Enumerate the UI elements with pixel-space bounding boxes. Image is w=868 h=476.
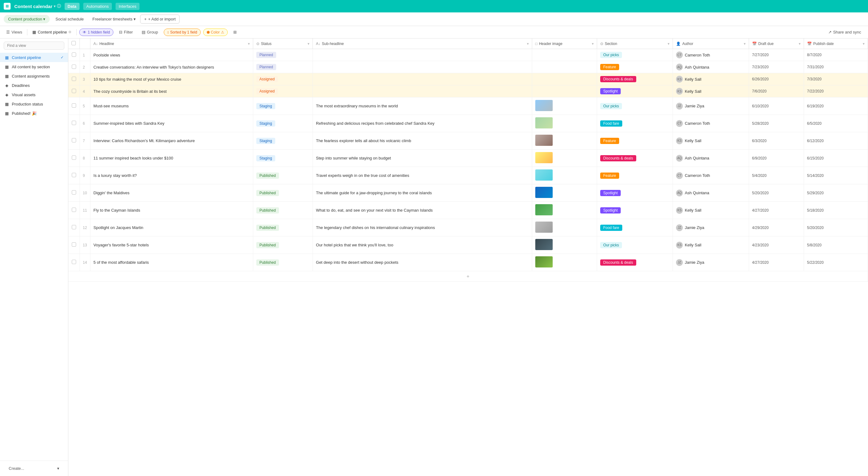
sub-headline-cell[interactable]: Our hotel picks that we think you'll lov… [313, 236, 532, 254]
author-cell[interactable]: JZ Jamie Ziya [673, 97, 749, 115]
status-cell[interactable]: Staging [253, 132, 313, 149]
section-cell[interactable]: Food fare [597, 115, 673, 132]
draft-due-cell[interactable]: 6/9/2020 [749, 149, 804, 167]
status-cell[interactable]: Published [253, 167, 313, 184]
section-cell[interactable]: Spotlight [597, 85, 673, 97]
status-cell[interactable]: Published [253, 184, 313, 202]
author-cell[interactable]: JZ Jamie Ziya [673, 219, 749, 236]
headline-header[interactable]: A↓ Headline ▾ [90, 38, 253, 49]
table-row[interactable]: 7 Interview: Carlos Richardson's Mt. Kil… [68, 132, 868, 149]
table-row[interactable]: 13 Voyager's favorite 5-star hotels Publ… [68, 236, 868, 254]
header-image-cell[interactable] [532, 132, 597, 149]
sub-headline-cell[interactable] [313, 85, 532, 97]
draft-due-cell[interactable]: 7/6/2020 [749, 85, 804, 97]
color-chip[interactable]: ⬟ Color ⚠ [203, 29, 228, 36]
add-row-cell[interactable]: + [68, 271, 868, 282]
publish-date-header[interactable]: 📅 Publish date ▾ [804, 38, 868, 49]
draft-due-cell[interactable]: 4/23/2020 [749, 236, 804, 254]
sub-tab-social-schedule[interactable]: Social schedule [51, 15, 88, 23]
section-cell[interactable]: Our picks [597, 97, 673, 115]
headline-cell[interactable]: Interview: Carlos Richardson's Mt. Kilim… [90, 132, 253, 149]
headline-cell[interactable]: Diggin' the Maldives [90, 184, 253, 202]
table-row[interactable]: 6 Summer-inspired bites with Sandra Key … [68, 115, 868, 132]
headline-cell[interactable]: 5 of the most affordable safaris [90, 254, 253, 271]
publish-date-cell[interactable]: 5/20/2020 [804, 219, 868, 236]
row-checkbox-cell[interactable] [68, 184, 80, 202]
status-cell[interactable]: Published [253, 219, 313, 236]
section-cell[interactable]: Feature [597, 132, 673, 149]
sidebar-item-content-assignments[interactable]: ▦ Content assignments [0, 71, 68, 81]
density-button[interactable]: ⊞ [230, 29, 240, 36]
share-sync-button[interactable]: ↗ Share and sync [825, 29, 864, 36]
row-checkbox[interactable] [72, 77, 76, 81]
sub-headline-cell[interactable]: The most extraordinary museums in the wo… [313, 97, 532, 115]
header-image-cell[interactable] [532, 149, 597, 167]
sub-headline-cell[interactable] [313, 49, 532, 61]
status-cell[interactable]: Staging [253, 149, 313, 167]
table-row[interactable]: 3 10 tips for making the most of your Me… [68, 73, 868, 85]
app-title-chevron-icon[interactable]: ▾ [54, 4, 56, 8]
status-cell[interactable]: Assigned [253, 85, 313, 97]
sub-headline-cell[interactable]: Travel experts weigh in on the true cost… [313, 167, 532, 184]
author-cell[interactable]: KS Kelly Sall [673, 202, 749, 219]
table-row[interactable]: 8 11 summer inspired beach looks under $… [68, 149, 868, 167]
status-cell[interactable]: Staging [253, 115, 313, 132]
status-header[interactable]: ⊙ Status ▾ [253, 38, 313, 49]
section-cell[interactable]: Feature [597, 61, 673, 73]
publish-date-cell[interactable]: 8/7/2020 [804, 49, 868, 61]
headline-cell[interactable]: Is a luxury stay worth it? [90, 167, 253, 184]
author-cell[interactable]: AQ Ash Quintana [673, 184, 749, 202]
header-image-cell[interactable] [532, 219, 597, 236]
header-image-cell[interactable] [532, 184, 597, 202]
author-cell[interactable]: KS Kelly Sall [673, 132, 749, 149]
section-header[interactable]: ⊙ Section ▾ [597, 38, 673, 49]
status-cell[interactable]: Staging [253, 97, 313, 115]
sub-headline-cell[interactable]: What to do, eat, and see on your next vi… [313, 202, 532, 219]
section-cell[interactable]: Our picks [597, 49, 673, 61]
headline-cell[interactable]: 10 tips for making the most of your Mexi… [90, 73, 253, 85]
row-checkbox[interactable] [72, 89, 76, 93]
section-cell[interactable]: Feature [597, 167, 673, 184]
sub-headline-header[interactable]: A↓ Sub-headline ▾ [313, 38, 532, 49]
header-image-cell[interactable] [532, 49, 597, 61]
publish-date-cell[interactable]: 6/5/2020 [804, 115, 868, 132]
headline-cell[interactable]: Creative conversations: An interview wit… [90, 61, 253, 73]
row-checkbox-cell[interactable] [68, 85, 80, 97]
author-cell[interactable]: JZ Jamie Ziya [673, 254, 749, 271]
add-row[interactable]: + [68, 271, 868, 282]
table-row[interactable]: 14 5 of the most affordable safaris Publ… [68, 254, 868, 271]
headline-cell[interactable]: Spotlight on Jacques Martin [90, 219, 253, 236]
create-button[interactable]: Create... ▾ [4, 464, 64, 473]
headline-cell[interactable]: Must-see museums [90, 97, 253, 115]
header-image-cell[interactable] [532, 202, 597, 219]
row-checkbox[interactable] [72, 208, 76, 212]
author-cell[interactable]: CT Cameron Toth [673, 115, 749, 132]
group-button[interactable]: ▤ Group [138, 29, 161, 36]
draft-due-cell[interactable]: 7/27/2020 [749, 49, 804, 61]
data-nav-button[interactable]: Data [65, 3, 80, 10]
table-row[interactable]: 10 Diggin' the Maldives Published The ul… [68, 184, 868, 202]
content-pipeline-button[interactable]: ▦ Content pipeline ⚙ [30, 29, 74, 36]
draft-due-cell[interactable]: 5/20/2020 [749, 184, 804, 202]
headline-cell[interactable]: Voyager's favorite 5-star hotels [90, 236, 253, 254]
table-row[interactable]: 9 Is a luxury stay worth it? Published T… [68, 167, 868, 184]
headline-cell[interactable]: 11 summer inspired beach looks under $10… [90, 149, 253, 167]
sub-headline-cell[interactable]: Refreshing and delicious recipes from ce… [313, 115, 532, 132]
row-checkbox[interactable] [72, 138, 76, 142]
views-button[interactable]: ☰ Views [4, 29, 25, 36]
author-cell[interactable]: CT Cameron Toth [673, 167, 749, 184]
table-row[interactable]: 5 Must-see museums Staging The most extr… [68, 97, 868, 115]
author-cell[interactable]: CT Cameron Toth [673, 49, 749, 61]
sub-tab-content-production[interactable]: Content production ▾ [4, 15, 50, 23]
row-checkbox-cell[interactable] [68, 202, 80, 219]
draft-due-cell[interactable]: 6/26/2020 [749, 73, 804, 85]
sub-headline-cell[interactable]: Step into summer while staying on budget [313, 149, 532, 167]
author-cell[interactable]: KS Kelly Sall [673, 236, 749, 254]
draft-due-cell[interactable]: 4/27/2020 [749, 254, 804, 271]
section-cell[interactable]: Spotlight [597, 184, 673, 202]
automations-nav-button[interactable]: Automations [83, 3, 112, 10]
draft-due-cell[interactable]: 5/28/2020 [749, 115, 804, 132]
publish-date-cell[interactable]: 6/19/2020 [804, 97, 868, 115]
publish-date-cell[interactable]: 5/14/2020 [804, 167, 868, 184]
headline-cell[interactable]: Summer-inspired bites with Sandra Key [90, 115, 253, 132]
